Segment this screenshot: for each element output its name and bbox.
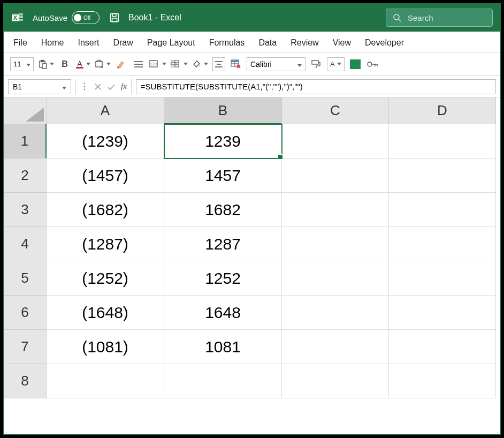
col-header-A[interactable]: A	[47, 97, 164, 124]
cell-A4[interactable]: (1287)	[47, 227, 164, 261]
key-tips-button[interactable]	[366, 57, 379, 71]
cell-A8[interactable]	[47, 364, 164, 398]
cell-C2[interactable]	[282, 158, 389, 193]
svg-line-10	[399, 19, 401, 21]
cell-C3[interactable]	[282, 193, 389, 227]
col-header-D[interactable]: D	[389, 97, 496, 124]
toggle-state: Off	[83, 15, 90, 21]
chevron-down-icon	[24, 60, 30, 68]
cell-A3[interactable]: (1682)	[47, 193, 164, 227]
format-painter-button[interactable]	[310, 57, 323, 71]
col-header-B[interactable]: B	[164, 97, 282, 124]
row-header-4[interactable]: 4	[4, 227, 47, 261]
svg-text:X: X	[13, 14, 18, 21]
excel-icon: X	[11, 11, 24, 24]
spreadsheet-grid[interactable]: A B C D 1 (1239) 1239 2 (1457) 1457 3 (1…	[4, 97, 500, 398]
svg-rect-13	[42, 64, 47, 69]
cell-B3[interactable]: 1682	[164, 193, 282, 227]
cell-A1[interactable]: (1239)	[47, 124, 164, 158]
row-header-3[interactable]: 3	[4, 193, 47, 227]
cell-B7[interactable]: 1081	[164, 330, 282, 364]
cell-D6[interactable]	[389, 296, 496, 330]
cell-C4[interactable]	[282, 227, 389, 261]
autosave-label: AutoSave	[33, 13, 67, 22]
cell-C5[interactable]	[282, 261, 389, 296]
bold-button[interactable]: B	[58, 57, 71, 71]
formula-text: =SUBSTITUTE(SUBSTITUTE(A1,"(",""),")",""…	[141, 82, 303, 91]
cancel-icon[interactable]	[94, 83, 102, 90]
tab-formulas[interactable]: Formulas	[209, 38, 245, 48]
cell-D4[interactable]	[389, 227, 496, 261]
svg-text:123: 123	[150, 62, 157, 66]
cell-D5[interactable]	[389, 261, 496, 296]
font-size-value: 11	[13, 60, 21, 68]
row-header-1[interactable]: 1	[4, 124, 47, 158]
fx-icon[interactable]: fx	[121, 82, 127, 91]
cell-B2[interactable]: 1457	[164, 158, 282, 193]
cell-B4[interactable]: 1287	[164, 227, 282, 261]
tab-developer[interactable]: Developer	[365, 38, 404, 48]
name-box[interactable]: B1	[8, 79, 71, 94]
delete-table-button[interactable]	[230, 57, 242, 71]
cell-A6[interactable]: (1648)	[47, 296, 164, 330]
cell-B8[interactable]	[164, 364, 282, 398]
tab-data[interactable]: Data	[258, 38, 277, 48]
tab-draw[interactable]: Draw	[113, 38, 133, 48]
align-button[interactable]	[132, 57, 145, 71]
row-header-6[interactable]: 6	[4, 296, 47, 330]
row-header-2[interactable]: 2	[4, 158, 47, 193]
cell-A5[interactable]: (1252)	[47, 261, 164, 296]
cell-D1[interactable]	[389, 124, 496, 158]
cell-D2[interactable]	[389, 158, 496, 193]
cell-B6[interactable]: 1648	[164, 296, 282, 330]
svg-rect-24	[171, 61, 175, 63]
font-size-select[interactable]: 11	[10, 57, 34, 71]
tab-home[interactable]: Home	[41, 38, 64, 48]
cell-D7[interactable]	[389, 330, 496, 364]
cell-C1[interactable]	[282, 124, 389, 158]
conditional-format-button[interactable]	[171, 57, 188, 71]
autosave-control[interactable]: AutoSave Off	[33, 11, 100, 24]
svg-rect-5	[19, 19, 23, 21]
paint-bucket-button[interactable]	[192, 57, 208, 71]
font-name-value: Calibri	[250, 60, 272, 69]
theme-color-button[interactable]	[349, 57, 362, 71]
cell-B5[interactable]: 1252	[164, 261, 282, 296]
tab-page-layout[interactable]: Page Layout	[147, 38, 195, 48]
cell-C6[interactable]	[282, 296, 389, 330]
tab-file[interactable]: File	[13, 38, 27, 48]
tab-insert[interactable]: Insert	[78, 38, 99, 48]
cell-A2[interactable]: (1457)	[47, 158, 164, 193]
row-header-5[interactable]: 5	[4, 261, 47, 296]
tab-review[interactable]: Review	[291, 38, 318, 48]
row-header-7[interactable]: 7	[4, 330, 47, 364]
formula-bar[interactable]: =SUBSTITUTE(SUBSTITUTE(A1,"(",""),")",""…	[136, 79, 496, 94]
center-align-button[interactable]	[212, 57, 225, 71]
paste-icon[interactable]	[38, 57, 54, 71]
number-format-button[interactable]: 123	[149, 57, 166, 71]
cell-style-button[interactable]: A	[327, 57, 345, 71]
autosave-toggle[interactable]: Off	[72, 11, 100, 24]
cell-C8[interactable]	[282, 364, 389, 398]
font-color-button[interactable]: A	[75, 57, 90, 71]
tab-view[interactable]: View	[333, 38, 351, 48]
cell-D8[interactable]	[389, 364, 496, 398]
cell-C7[interactable]	[282, 330, 389, 364]
col-header-C[interactable]: C	[282, 97, 389, 124]
enter-icon[interactable]	[107, 83, 116, 90]
cell-B1[interactable]: 1239	[164, 124, 282, 158]
row-header-8[interactable]: 8	[4, 364, 47, 398]
clear-format-button[interactable]	[115, 57, 128, 71]
cell-D3[interactable]	[389, 193, 496, 227]
cell-A7[interactable]: (1081)	[47, 330, 164, 364]
save-icon[interactable]	[108, 11, 121, 25]
search-box[interactable]: Search	[386, 9, 493, 27]
fill-color-button[interactable]	[95, 57, 111, 71]
chevron-down-icon	[60, 82, 66, 91]
name-box-value: B1	[13, 82, 22, 91]
font-name-select[interactable]: Calibri	[247, 57, 306, 71]
dots-icon[interactable]: ⋮	[80, 81, 89, 92]
svg-point-9	[394, 14, 399, 20]
select-all-corner[interactable]	[4, 97, 47, 124]
toggle-knob	[74, 14, 81, 21]
